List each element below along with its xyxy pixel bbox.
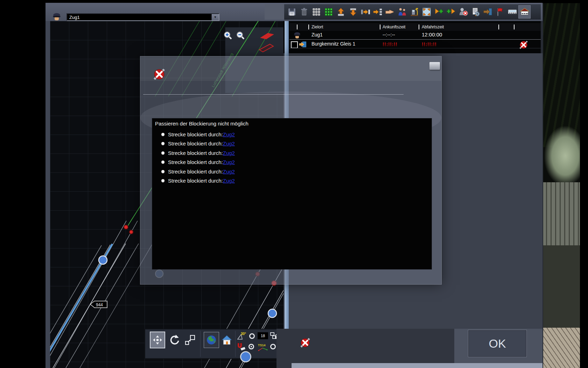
track-node[interactable] [240, 351, 251, 362]
insert-train-up-icon[interactable] [335, 5, 347, 19]
enter-track-icon [299, 41, 307, 48]
item-text: Strecke blockiert durch: [168, 178, 223, 184]
item-text: Strecke blockiert durch: [168, 150, 223, 156]
bullet-icon [161, 142, 164, 145]
move-tool-icon[interactable] [150, 332, 165, 348]
schedule-table: Zielort Ankunftszeit Abfahrtszeit Zug1 -… [289, 21, 541, 53]
insert-train-down-icon[interactable] [347, 5, 359, 19]
flag-icon[interactable] [494, 5, 506, 19]
main-toolbar [284, 4, 541, 20]
list-item: Strecke blockiert durch:Zug2 [159, 139, 235, 148]
delete-icon[interactable] [298, 5, 310, 19]
app-window: Zug1 ▼ Lutherstadt Wittenberg [0, 0, 588, 368]
zoom-in-icon[interactable] [223, 31, 232, 40]
row-abfahrt-error: !!:!!:!! [422, 41, 437, 47]
row-ankunft: --:--:-- [383, 32, 395, 38]
remove-driver-icon[interactable] [457, 5, 469, 19]
magnet-snap-icon[interactable] [236, 342, 246, 352]
add-train-icon[interactable] [433, 5, 445, 19]
expand-view-icon[interactable] [420, 5, 433, 19]
dialog-title: Passieren der Blockierung nicht möglich [155, 121, 248, 127]
zug2-link[interactable]: Zug2 [223, 131, 235, 137]
dialog-content: Passieren der Blockierung nicht möglich … [152, 118, 432, 270]
chevron-down-icon[interactable]: ▼ [211, 14, 219, 20]
col-zielort[interactable]: Zielort [312, 25, 323, 29]
list-item: Strecke blockiert durch:Zug2 [159, 167, 235, 176]
close-dialog-icon[interactable] [152, 67, 166, 83]
close-panel-icon[interactable] [299, 337, 311, 350]
save-icon[interactable] [286, 5, 298, 19]
left-letterbox [0, 0, 46, 368]
rotate-tool-icon[interactable] [167, 332, 181, 348]
svg-text:30°: 30° [241, 332, 246, 336]
list-item: Strecke blockiert durch:Zug2 [159, 130, 235, 139]
conductor-avatar [293, 32, 301, 39]
right-letterbox [580, 0, 588, 368]
toolbar-spacer [265, 4, 284, 20]
bottom-strip [292, 363, 542, 368]
grid-small-icon[interactable] [310, 5, 322, 19]
couple-to-list-icon[interactable] [371, 5, 384, 19]
train-selector-value: Zug1 [67, 15, 211, 20]
task-settings-icon[interactable] [469, 5, 482, 19]
refuel-icon[interactable] [408, 5, 420, 19]
table-header: Zielort Ankunftszeit Abfahrtszeit [289, 23, 541, 31]
drive-hand-icon[interactable] [384, 5, 396, 19]
distance-marker-944: 944 [90, 301, 107, 308]
item-text: Strecke blockiert durch: [168, 169, 223, 175]
zug2-link[interactable]: Zug2 [223, 159, 235, 165]
bullet-icon [161, 151, 164, 155]
item-text: Strecke blockiert durch: [168, 141, 223, 146]
row-zielort: Burgkemnitz Gleis 1 [312, 41, 355, 47]
col-abfahrtszeit[interactable]: Abfahrtszeit [422, 25, 444, 29]
rail-car-icon[interactable] [506, 5, 518, 19]
row-zielort: Zug1 [312, 32, 323, 38]
send-to-depot-icon[interactable] [482, 5, 494, 19]
zug2-link[interactable]: Zug2 [223, 178, 235, 184]
append-train-icon[interactable] [445, 5, 457, 19]
row-abfahrt: 12:00:00 [422, 32, 442, 38]
zug2-link[interactable]: Zug2 [223, 150, 235, 156]
scale-tool-icon[interactable] [183, 332, 197, 348]
col-ankunftszeit[interactable]: Ankunftszeit [383, 25, 405, 29]
map-toolbar: 30° 18 TS14 [145, 329, 284, 359]
angle-snap-icon[interactable]: 30° [237, 332, 247, 341]
item-text: Strecke blockiert durch: [168, 159, 223, 165]
row-checkbox[interactable] [291, 41, 298, 48]
list-item: Strecke blockiert durch:Zug2 [159, 157, 235, 166]
bullet-icon [161, 179, 164, 182]
home-icon[interactable] [220, 333, 234, 348]
window-left-border [46, 21, 50, 368]
grid-size-value[interactable]: 18 [258, 332, 268, 339]
zug2-link[interactable]: Zug2 [223, 169, 235, 175]
row-ankunft-error: !!:!!:!! [383, 41, 398, 47]
list-item: Strecke blockiert durch:Zug2 [159, 176, 235, 185]
svg-text:TS14: TS14 [258, 343, 266, 347]
snap-radio[interactable] [248, 333, 255, 340]
grid-green-icon[interactable] [322, 5, 335, 19]
zug2-link[interactable]: Zug2 [223, 141, 235, 146]
conductor-avatar [52, 12, 62, 21]
train-selector[interactable]: Zug1 ▼ [66, 13, 219, 21]
snap-radio[interactable] [270, 343, 276, 350]
item-text: Strecke blockiert durch: [168, 131, 223, 137]
bullet-icon [161, 170, 164, 173]
snap-radio[interactable] [248, 343, 255, 350]
ts14-axis-icon[interactable]: TS14 [258, 343, 268, 352]
globe-icon[interactable] [204, 332, 219, 348]
svg-text:944: 944 [96, 302, 103, 307]
zoom-out-icon[interactable] [236, 31, 245, 40]
ok-button[interactable]: OK [468, 330, 527, 357]
depot-icon[interactable] [518, 5, 531, 19]
remove-row-icon[interactable] [518, 39, 529, 52]
dialog-header-area [140, 56, 441, 81]
passengers-icon[interactable] [396, 5, 408, 19]
dialog-corner-decoration [429, 62, 440, 70]
bullet-icon [161, 133, 164, 136]
pavement-texture [542, 328, 582, 368]
bullet-icon [161, 161, 164, 164]
couple-right-icon[interactable] [359, 5, 371, 19]
list-item: Strecke blockiert durch:Zug2 [159, 148, 235, 157]
blocking-dialog: Passieren der Blockierung nicht möglich … [140, 56, 442, 285]
